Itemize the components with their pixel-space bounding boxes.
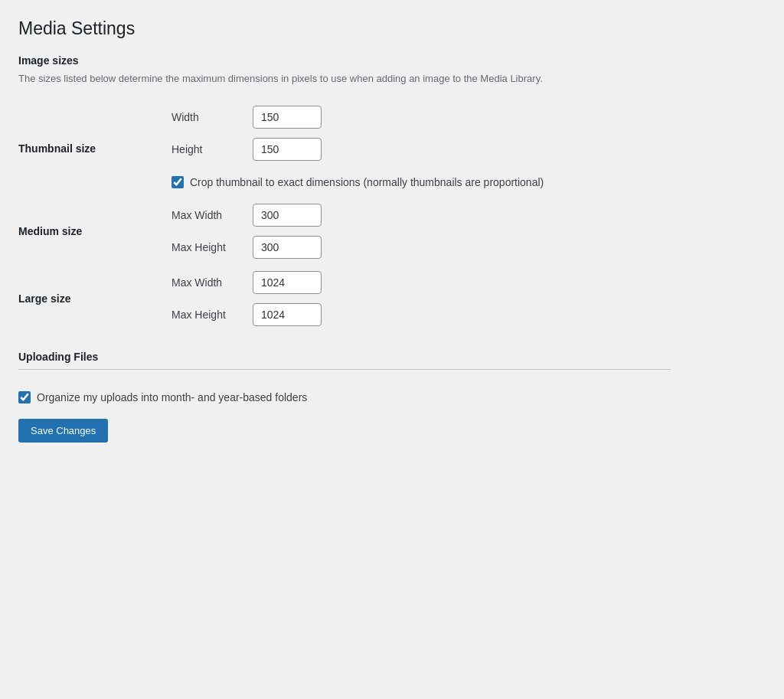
large-width-input[interactable]	[253, 271, 322, 294]
page-title: Media Settings	[18, 18, 671, 39]
thumbnail-height-label: Height	[172, 143, 240, 155]
uploading-files-title: Uploading Files	[18, 351, 671, 363]
thumbnail-crop-label: Crop thumbnail to exact dimensions (norm…	[190, 176, 544, 188]
medium-height-row: Max Height	[172, 236, 663, 259]
medium-size-label: Medium size	[18, 225, 82, 237]
large-max-height-label: Max Height	[172, 309, 240, 321]
image-sizes-description: The sizes listed below determine the max…	[18, 73, 671, 84]
large-width-row: Max Width	[172, 271, 663, 294]
large-height-row: Max Height	[172, 303, 663, 326]
thumbnail-fields: Width Height Crop thumbnail to exact dim…	[172, 106, 663, 191]
thumbnail-crop-row: Crop thumbnail to exact dimensions (norm…	[172, 170, 663, 191]
uploading-divider	[18, 369, 671, 370]
thumbnail-size-label: Thumbnail size	[18, 142, 96, 155]
medium-max-height-label: Max Height	[172, 241, 240, 253]
thumbnail-width-label: Width	[172, 111, 240, 123]
large-height-input[interactable]	[253, 303, 322, 326]
medium-height-input[interactable]	[253, 236, 322, 259]
image-sizes-table: Thumbnail size Width Height	[18, 100, 671, 332]
thumbnail-width-row: Width	[172, 106, 663, 129]
uploading-files-section: Uploading Files Organize my uploads into…	[18, 351, 671, 407]
image-sizes-section-title: Image sizes	[18, 54, 671, 67]
large-size-row: Large size Max Width Max Height	[18, 265, 671, 332]
medium-size-row: Medium size Max Width Max Height	[18, 198, 671, 265]
thumbnail-crop-checkbox[interactable]	[172, 176, 184, 188]
thumbnail-height-input[interactable]	[253, 138, 322, 161]
organize-uploads-label: Organize my uploads into month- and year…	[37, 391, 307, 403]
medium-width-input[interactable]	[253, 204, 322, 227]
large-fields: Max Width Max Height	[172, 271, 663, 326]
medium-max-width-label: Max Width	[172, 209, 240, 221]
medium-width-row: Max Width	[172, 204, 663, 227]
thumbnail-width-input[interactable]	[253, 106, 322, 129]
thumbnail-height-row: Height	[172, 138, 663, 161]
save-changes-button[interactable]: Save Changes	[18, 419, 108, 443]
organize-uploads-checkbox[interactable]	[18, 391, 31, 403]
organize-uploads-row: Organize my uploads into month- and year…	[18, 385, 671, 407]
medium-fields: Max Width Max Height	[172, 204, 663, 259]
large-size-label: Large size	[18, 292, 70, 305]
thumbnail-size-row: Thumbnail size Width Height	[18, 100, 671, 198]
large-max-width-label: Max Width	[172, 276, 240, 289]
